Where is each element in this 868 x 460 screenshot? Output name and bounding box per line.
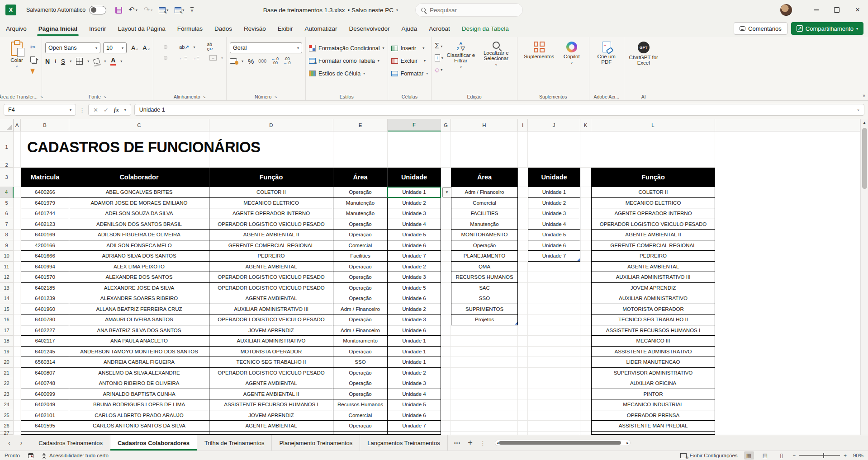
main-table-cell[interactable]: GERENTE COMERCIAL REGIONAL	[209, 240, 333, 251]
main-table-cell[interactable]: JOVEM APRENDIZ	[209, 325, 333, 336]
clear-button[interactable]: ◇▾	[435, 65, 443, 74]
main-table-cell[interactable]: 6402117	[21, 336, 69, 347]
main-table-cell[interactable]: ADELSON SOUZA DA SILVA	[69, 208, 209, 219]
main-table-cell[interactable]: ARINALDO BAPTISTA CUNHA	[69, 389, 209, 400]
tab-design-da-tabela[interactable]: Design da Tabela	[456, 20, 515, 37]
area_list-item[interactable]: RECURSOS HUMANOS	[451, 272, 518, 283]
main-table-cell[interactable]: Unidade 3	[388, 314, 441, 325]
main-table-cell[interactable]: Operação	[333, 368, 388, 379]
main-table-cell[interactable]: AGENTE AMBIENTAL II	[209, 230, 333, 240]
dialog-launcher-icon[interactable]: ↘	[103, 94, 107, 99]
number-format-combo[interactable]: Geral▾	[230, 42, 302, 53]
main-table-cell[interactable]: ALEXANDRE SOARES RIBEIRO	[69, 293, 209, 304]
funcao_list-item[interactable]: COLETOR II	[591, 187, 715, 198]
area_list-header[interactable]: Área	[451, 168, 518, 187]
main-table-cell[interactable]: 6400780	[21, 314, 69, 325]
insert-cells-button[interactable]: Inserir▾	[391, 42, 428, 54]
main-table-cell[interactable]: Unidade 6	[388, 240, 441, 251]
main-table-cell[interactable]: COLETOR II	[209, 187, 333, 198]
cut-button[interactable]: ✂	[30, 42, 38, 52]
main-table-cell[interactable]: Unidade 6	[388, 325, 441, 336]
funcao_list-item[interactable]: OPERADOR LOGISTICO VEICULO PESADO	[591, 219, 715, 230]
main-table-header-Colaborador[interactable]: Colaborador	[69, 168, 209, 187]
main-table-cell[interactable]: ADILSON FONSECA MELO	[69, 240, 209, 251]
select-all-button[interactable]	[0, 119, 14, 131]
area_list-item[interactable]: SAC	[451, 283, 518, 294]
comma-style-button[interactable]: 000	[258, 59, 266, 64]
main-table-cell[interactable]: Unidade 6	[388, 410, 441, 421]
sheet-nav-prev-button[interactable]: ‹	[8, 439, 10, 446]
main-table-cell[interactable]: 6401960	[21, 304, 69, 315]
main-table-cell[interactable]: AGENTE AMBIENTAL II	[209, 389, 333, 400]
fill-color-icon[interactable]	[93, 58, 100, 65]
tab-formulas[interactable]: Fórmulas	[171, 20, 209, 37]
main-table-cell[interactable]: Unidade 6	[388, 293, 441, 304]
main-table-cell[interactable]: 6401666	[21, 251, 69, 262]
main-table-cell[interactable]: Unidade 4	[388, 219, 441, 230]
main-table-cell[interactable]: AGENTE AMBIENTAL	[209, 421, 333, 432]
row-header-3[interactable]: 3	[0, 168, 14, 187]
fill-button[interactable]: ↓▾	[435, 53, 443, 62]
tab-ajuda[interactable]: Ajuda	[396, 20, 423, 37]
funcao_list-item[interactable]: PEDREIRO	[591, 251, 715, 262]
funcao_list-item[interactable]: AGENTE AMBIENTAL II	[591, 230, 715, 240]
font-color-button[interactable]: A	[110, 57, 116, 66]
unidade_list-item[interactable]: Unidade 4	[528, 219, 580, 230]
tab-exibir[interactable]: Exibir	[272, 20, 299, 37]
main-table-cell[interactable]: ALEXANDRE JOSE DA SILVA	[69, 283, 209, 294]
col-header-D[interactable]: D	[209, 119, 333, 131]
vertical-scrollbar[interactable]: ▲	[860, 119, 868, 435]
copilot-button[interactable]: Copilot˅	[558, 40, 586, 65]
normal-view-button[interactable]: ▦	[744, 451, 754, 460]
unidade_list-item[interactable]: Unidade 3	[528, 208, 580, 219]
zoom-slider[interactable]	[799, 455, 840, 456]
area_list-item[interactable]: MONITORAMENTO	[451, 230, 518, 240]
accounting-format-icon[interactable]	[230, 58, 237, 64]
main-table-cell-partial[interactable]: MECANICO ELETRICO	[209, 432, 333, 435]
area_list-item[interactable]: SUPRIMENTOS	[451, 304, 518, 315]
orientation-button[interactable]: ab↗	[179, 44, 189, 50]
align-bottom-button[interactable]	[172, 46, 175, 48]
unidade_list-item[interactable]: Unidade 6	[528, 240, 580, 251]
col-header-K[interactable]: K	[580, 119, 591, 131]
main-table-cell[interactable]: 6401570	[21, 272, 69, 283]
area_list-item[interactable]: Operação	[451, 240, 518, 251]
funcao_list-item[interactable]: OPERADOR PRENSA	[591, 410, 715, 421]
main-table-cell[interactable]: 6560314	[21, 357, 69, 368]
main-table-cell[interactable]: JOVEM APRENDIZ	[209, 410, 333, 421]
sheet-nav-next-button[interactable]: ›	[20, 439, 23, 446]
cancel-entry-button[interactable]: ✕	[93, 107, 98, 113]
main-table-cell[interactable]: CARLOS ALBERTO PRADO ARAUJO	[69, 410, 209, 421]
wrap-text-button[interactable]: abc↩	[207, 42, 213, 52]
main-table-cell[interactable]: ADILSON FIGUEIRA DE OLIVEIRA	[69, 230, 209, 240]
main-table-cell[interactable]: Operação	[333, 272, 388, 283]
main-table-cell[interactable]: Unidade 1	[388, 336, 441, 347]
redo-button[interactable]: ↷▾	[142, 5, 154, 15]
comments-button[interactable]: Comentários	[734, 22, 787, 35]
sort-filter-button[interactable]: AZ ▽ Classificar e Filtrar˅	[443, 40, 479, 69]
main-table-cell[interactable]: ALEXANDRE DOS SANTOS	[69, 272, 209, 283]
row-header-27[interactable]: 27	[0, 432, 14, 435]
row-header-16[interactable]: 16	[0, 314, 14, 325]
main-table-cell[interactable]: 6400099	[21, 389, 69, 400]
align-left-button[interactable]	[157, 56, 159, 59]
funcao_list-item[interactable]: ASSISTENTE ADMINISTRATIVO	[591, 347, 715, 357]
align-center-button[interactable]	[164, 56, 167, 60]
col-header-L[interactable]: L	[591, 119, 715, 131]
row-header-7[interactable]: 7	[0, 219, 14, 230]
tab-layout-da-pagina[interactable]: Layout da Página	[112, 20, 171, 37]
font-size-combo[interactable]: 10▾	[103, 42, 127, 53]
main-table-cell[interactable]: 6401979	[21, 198, 69, 209]
main-table-cell-partial[interactable]: Manutenção	[333, 432, 388, 435]
main-table-cell[interactable]: CARLOS ANTONIO SANTOS DA SILVA	[69, 421, 209, 432]
main-table-cell[interactable]: Unidade 3	[388, 208, 441, 219]
main-table-cell[interactable]: Comercial	[333, 410, 388, 421]
increase-font-button[interactable]: A^	[131, 44, 138, 52]
row-header-6[interactable]: 6	[0, 208, 14, 219]
main-table-cell[interactable]: Monitoramento	[333, 336, 388, 347]
format-painter-button[interactable]	[30, 67, 38, 76]
main-table-cell[interactable]: AGENTE AMBIENTAL	[209, 262, 333, 272]
row-header-9[interactable]: 9	[0, 240, 14, 251]
main-table-cell[interactable]: 6400994	[21, 262, 69, 272]
insert-function-button[interactable]: fx	[114, 106, 119, 113]
